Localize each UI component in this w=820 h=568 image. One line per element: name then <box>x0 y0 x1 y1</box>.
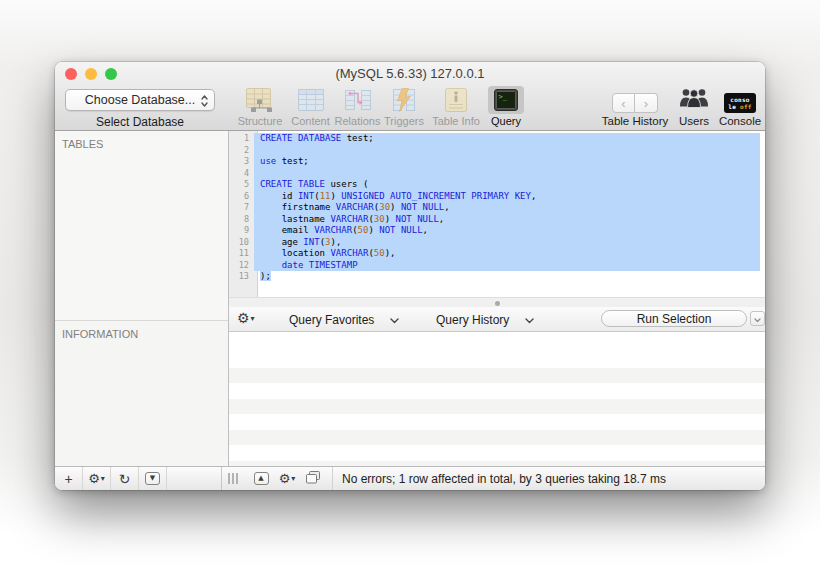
status-bar: + ⚙▾ ↻ ▼ ▲ ⚙▾ No errors; 1 row affected … <box>55 466 765 490</box>
line-number: 6 <box>229 191 254 203</box>
code-line-text: use test; <box>254 156 760 168</box>
code-line-text <box>254 168 760 180</box>
nav-label-relations: Relations <box>335 115 381 127</box>
nav-item-relations[interactable]: Relations <box>334 86 381 127</box>
query-history-menu[interactable]: Query History <box>436 307 534 332</box>
code-line-text: location VARCHAR(50), <box>254 248 760 260</box>
run-selection-button[interactable]: Run Selection <box>601 310 747 327</box>
query-actions-menu[interactable]: ⚙ ▾ <box>237 310 255 326</box>
open-in-new-window-button[interactable] <box>300 470 326 488</box>
nav-item-triggers[interactable]: Triggers <box>381 86 427 127</box>
console-badge-off: off <box>740 103 752 110</box>
plus-icon: + <box>64 471 72 487</box>
close-window-icon[interactable] <box>65 68 77 80</box>
table-history-label: Table History <box>602 115 668 127</box>
query-favorites-menu[interactable]: Query Favorites <box>289 307 399 332</box>
result-actions-menu[interactable]: ⚙▾ <box>274 471 300 487</box>
line-number: 9 <box>229 225 254 237</box>
toolbar-nav: Structure Content <box>233 86 527 127</box>
nav-item-content[interactable]: Content <box>287 86 334 127</box>
history-forward-button[interactable]: › <box>635 93 658 113</box>
minimize-window-icon[interactable] <box>85 68 97 80</box>
code-line[interactable]: 9 email VARCHAR(50) NOT NULL, <box>229 225 765 237</box>
panel-up-icon: ▲ <box>254 472 269 485</box>
code-line[interactable]: 1CREATE DATABASE test; <box>229 133 765 145</box>
panel-down-icon: ▼ <box>145 472 160 485</box>
code-line[interactable]: 2 <box>229 145 765 157</box>
users-icon <box>677 86 711 113</box>
line-number: 1 <box>229 133 254 145</box>
gear-icon: ⚙ <box>237 310 250 326</box>
structure-table-icon <box>241 86 279 114</box>
code-line-text: age INT(3), <box>254 237 760 249</box>
line-number: 10 <box>229 237 254 249</box>
table-actions-menu[interactable]: ⚙▾ <box>83 467 111 490</box>
selected-text: ); <box>260 271 271 281</box>
run-options-dropdown[interactable] <box>750 311 765 326</box>
nav-item-query[interactable]: >_ Query <box>485 86 527 127</box>
database-select-dropdown[interactable]: Choose Database... <box>65 89 215 111</box>
svg-text:>_: >_ <box>499 93 508 101</box>
users-button[interactable]: Users <box>673 86 715 127</box>
query-history-label: Query History <box>436 313 509 327</box>
code-line[interactable]: 5CREATE TABLE users ( <box>229 179 765 191</box>
code-line[interactable]: 3use test; <box>229 156 765 168</box>
code-line-text: id INT(11) UNSIGNED AUTO_INCREMENT PRIMA… <box>254 191 760 203</box>
code-line-text: firstname VARCHAR(30) NOT NULL, <box>254 202 760 214</box>
caret-down-icon: ▾ <box>291 474 295 483</box>
code-line[interactable]: 8 lastname VARCHAR(30) NOT NULL, <box>229 214 765 226</box>
chevron-down-icon <box>754 312 761 326</box>
chevron-left-icon: ‹ <box>621 97 625 110</box>
zoom-window-icon[interactable] <box>105 68 117 80</box>
sql-editor[interactable]: 1CREATE DATABASE test;2 3use test;4 5CRE… <box>229 131 765 297</box>
desktop-background: (MySQL 5.6.33) 127.0.0.1 Choose Database… <box>0 0 820 568</box>
content-table-icon <box>292 86 330 114</box>
main-area: TABLES INFORMATION 1CREATE DATABASE test… <box>55 131 765 466</box>
gear-icon: ⚙ <box>279 471 291 487</box>
chevron-down-icon <box>390 313 399 327</box>
drag-grip-icon[interactable] <box>228 473 238 484</box>
console-off-icon: conso le off <box>724 93 756 113</box>
sidebar: TABLES INFORMATION <box>55 131 229 466</box>
code-line[interactable]: 12 date TIMESTAMP <box>229 260 765 272</box>
app-window: (MySQL 5.6.33) 127.0.0.1 Choose Database… <box>55 62 765 490</box>
refresh-tables-button[interactable]: ↻ <box>111 467 139 490</box>
result-table-rows <box>229 352 765 466</box>
status-message: No errors; 1 row affected in total, by 3… <box>332 467 666 490</box>
database-select-value: Choose Database... <box>85 93 196 107</box>
query-terminal-icon: >_ <box>488 86 524 114</box>
query-favorites-label: Query Favorites <box>289 313 374 327</box>
splitter-handle-icon[interactable] <box>495 301 500 306</box>
code-line[interactable]: 13); <box>229 271 765 283</box>
nav-item-structure[interactable]: Structure <box>233 86 287 127</box>
toggle-pane-button[interactable]: ▼ <box>139 467 167 490</box>
toggle-result-pane-button[interactable]: ▲ <box>248 472 274 485</box>
code-line[interactable]: 6 id INT(11) UNSIGNED AUTO_INCREMENT PRI… <box>229 191 765 203</box>
window-header: (MySQL 5.6.33) 127.0.0.1 Choose Database… <box>55 62 765 131</box>
tables-section[interactable]: TABLES <box>55 131 228 321</box>
console-button[interactable]: conso le off Console <box>715 86 765 127</box>
nav-label-table-info: Table Info <box>432 115 480 127</box>
nav-item-table-info[interactable]: Table Info <box>427 86 485 127</box>
code-line[interactable]: 10 age INT(3), <box>229 237 765 249</box>
tables-header: TABLES <box>55 131 228 150</box>
query-result-table <box>229 332 765 466</box>
code-line-text: email VARCHAR(50) NOT NULL, <box>254 225 760 237</box>
nav-label-structure: Structure <box>238 115 283 127</box>
code-editor-lines: 1CREATE DATABASE test;2 3use test;4 5CRE… <box>229 133 765 283</box>
code-line[interactable]: 7 firstname VARCHAR(30) NOT NULL, <box>229 202 765 214</box>
code-line[interactable]: 11 location VARCHAR(50), <box>229 248 765 260</box>
console-badge-line2: le <box>728 103 736 110</box>
caret-down-icon: ▾ <box>251 314 255 323</box>
line-number: 13 <box>229 271 254 283</box>
history-back-button[interactable]: ‹ <box>612 93 635 113</box>
editor-splitter[interactable] <box>229 297 765 307</box>
status-bar-table-tools: + ⚙▾ ↻ ▼ <box>55 467 222 490</box>
console-badge-line1: conso <box>730 96 750 103</box>
code-line-text <box>254 145 760 157</box>
code-line-text: CREATE TABLE users ( <box>254 179 760 191</box>
add-table-button[interactable]: + <box>55 467 83 490</box>
refresh-icon: ↻ <box>119 472 131 486</box>
code-line[interactable]: 4 <box>229 168 765 180</box>
toolbar-right-tools: ‹ › Table History <box>597 86 765 127</box>
